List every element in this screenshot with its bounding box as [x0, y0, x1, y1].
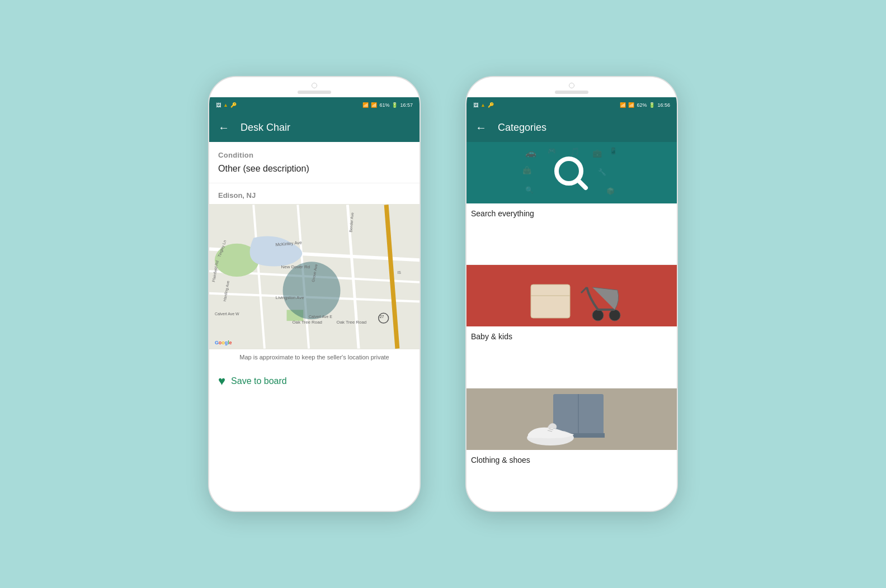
battery-percent: 61% [379, 102, 389, 108]
svg-rect-55 [531, 284, 570, 318]
screen-title: Desk Chair [241, 122, 290, 134]
category-image-baby-kids [466, 265, 677, 326]
image-icon-2: 🖼 [473, 102, 478, 108]
svg-text:🔍: 🔍 [525, 186, 534, 194]
front-camera-2 [569, 83, 574, 88]
time-display-2: 16:56 [657, 102, 670, 108]
phone-categories: 🖼 ▲ 🔑 📶 📶 62% 🔋 16:56 ← Categories [465, 76, 678, 512]
category-label-search-everything: Search everything [466, 203, 677, 224]
svg-text:27: 27 [380, 315, 384, 319]
category-image-search-everything: 🚗 🎮 🎵 💼 📱 👜 🔧 🔍 📦 [466, 142, 677, 203]
battery-percent-2: 62% [637, 102, 647, 108]
categories-grid: 🚗 🎮 🎵 💼 📱 👜 🔧 🔍 📦 Search eve [466, 142, 677, 511]
category-label-clothing-shoes: Clothing & shoes [466, 450, 677, 470]
svg-text:👜: 👜 [522, 165, 532, 175]
screen-title-2: Categories [498, 122, 546, 134]
svg-text:🎵: 🎵 [570, 147, 580, 157]
front-camera [312, 83, 317, 88]
status-bar-2: 🖼 ▲ 🔑 📶 📶 62% 🔋 16:56 [466, 97, 677, 113]
app-bar-categories: ← Categories [466, 113, 677, 142]
wifi-icon-2: 📶 [620, 102, 626, 108]
category-baby-kids[interactable]: Baby & kids [466, 265, 677, 387]
svg-text:💼: 💼 [592, 149, 602, 158]
svg-point-57 [592, 310, 604, 321]
heart-icon: ♥ [218, 374, 225, 388]
status-left-icons: 🖼 ▲ 🔑 [216, 102, 237, 108]
back-button[interactable]: ← [218, 121, 229, 134]
category-search-everything[interactable]: 🚗 🎮 🎵 💼 📱 👜 🔧 🔍 📦 Search eve [466, 142, 677, 264]
time-display: 16:57 [400, 102, 413, 108]
signal-icon: 📶 [371, 102, 377, 108]
save-to-board-button[interactable]: ♥ Save to board [209, 365, 420, 397]
app-bar-desk-chair: ← Desk Chair [209, 113, 420, 142]
status-right-icons: 📶 📶 61% 🔋 16:57 [362, 102, 413, 108]
save-board-label: Save to board [231, 376, 287, 386]
phone-screen-2: 🖼 ▲ 🔑 📶 📶 62% 🔋 16:56 ← Categories [466, 97, 677, 511]
battery-icon: 🔋 [392, 102, 398, 108]
battery-icon-2: 🔋 [649, 102, 655, 108]
speaker-2 [555, 91, 588, 94]
phone-top-bezel-2 [466, 77, 677, 97]
svg-text:Google: Google [215, 340, 232, 345]
svg-text:📱: 📱 [609, 146, 618, 155]
triangle-icon-2: ▲ [480, 102, 486, 108]
phone-desk-chair: 🖼 ▲ 🔑 📶 📶 61% 🔋 16:57 ← Desk Chair Condi… [208, 76, 421, 512]
svg-text:New Dover Rd: New Dover Rd [281, 264, 310, 269]
signal-icon-2: 📶 [628, 102, 634, 108]
back-button-2[interactable]: ← [475, 121, 487, 134]
key-icon-2: 🔑 [488, 102, 494, 108]
svg-text:Calvert Ave W: Calvert Ave W [215, 312, 239, 316]
status-bar: 🖼 ▲ 🔑 📶 📶 61% 🔋 16:57 [209, 97, 420, 113]
status-right-icons-2: 📶 📶 62% 🔋 16:56 [620, 102, 670, 108]
svg-text:Calvert Ave E: Calvert Ave E [309, 315, 332, 319]
phone-top-bezel [209, 77, 420, 97]
phone-screen: 🖼 ▲ 🔑 📶 📶 61% 🔋 16:57 ← Desk Chair Condi… [209, 97, 420, 511]
map-view: McKinley Ave New Dover Rd Livingston Ave… [209, 204, 420, 349]
image-icon: 🖼 [216, 102, 221, 108]
condition-label: Condition [209, 142, 420, 162]
svg-point-58 [609, 310, 620, 321]
location-label: Edison, NJ [209, 183, 420, 204]
svg-text:Oak Tree Road: Oak Tree Road [337, 320, 367, 325]
map-caption: Map is approximate to keep the seller's … [209, 349, 420, 365]
svg-text:🎮: 🎮 [548, 146, 556, 155]
svg-text:Oak Tree Road: Oak Tree Road [292, 320, 322, 325]
triangle-icon: ▲ [223, 102, 228, 108]
svg-text:🔧: 🔧 [598, 168, 606, 176]
svg-point-10 [283, 262, 341, 319]
status-left-icons-2: 🖼 ▲ 🔑 [473, 102, 494, 108]
speaker [298, 91, 331, 94]
category-clothing-shoes[interactable]: Clothing & shoes [466, 388, 677, 511]
category-image-clothing-shoes [466, 388, 677, 450]
svg-text:📦: 📦 [606, 187, 615, 195]
condition-value: Other (see description) [209, 162, 420, 183]
key-icon: 🔑 [230, 102, 237, 108]
category-label-baby-kids: Baby & kids [466, 326, 677, 347]
svg-text:🚗: 🚗 [525, 148, 536, 158]
svg-text:IS: IS [397, 271, 401, 274]
wifi-icon: 📶 [362, 102, 369, 108]
svg-text:Livingston Ave: Livingston Ave [276, 295, 304, 300]
desk-chair-content: Condition Other (see description) Edison… [209, 142, 420, 511]
